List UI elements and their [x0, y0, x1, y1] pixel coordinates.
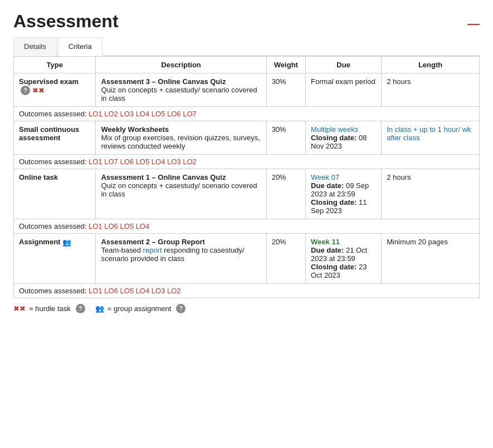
due-online-task: Week 07 Due date: 09 Sep 2023 at 23:59 C…	[306, 169, 382, 219]
legend-hurdle-icon: ✖✖	[13, 304, 26, 313]
length-supervised-exam: 2 hours	[382, 73, 480, 107]
outcomes-online: Outcomes assessed: LO1 LO6 LO5 LO4	[14, 219, 480, 234]
outcome-lo5[interactable]: LO5	[120, 222, 134, 230]
weight-assignment: 20%	[266, 234, 305, 284]
outcome-lo1[interactable]: LO1	[89, 222, 102, 230]
outcome-lo4[interactable]: LO4	[136, 110, 150, 118]
legend-hurdle-question[interactable]: ?	[76, 304, 85, 313]
desc-body: Quiz on concepts + casestudy/ scenario c…	[101, 86, 261, 102]
type-label: Supervised exam	[19, 77, 79, 86]
due-date: Due date: 21 Oct 2023 at 23:59	[311, 246, 376, 263]
type-label: Small continuous assessment	[19, 125, 79, 142]
outcome-lo1[interactable]: LO1	[89, 157, 102, 166]
weight-small-continuous: 30%	[266, 121, 305, 155]
outcomes-label: Outcomes assessed:	[19, 287, 86, 295]
outcome-lo5[interactable]: LO5	[120, 287, 134, 295]
header-weight: Weight	[266, 57, 305, 73]
collapse-icon[interactable]: —	[467, 17, 480, 31]
desc-title: Assessment 2 – Group Report	[101, 238, 261, 246]
outcome-lo5[interactable]: LO5	[152, 110, 165, 118]
due-week: Week 11	[311, 238, 376, 246]
desc-title: Weekly Worksheets	[101, 125, 261, 134]
outcome-lo4[interactable]: LO4	[152, 157, 165, 166]
outcome-lo6[interactable]: LO6	[104, 222, 118, 230]
desc-title: Assessment 3 – Online Canvas Quiz	[101, 77, 261, 86]
page-header: Assessment —	[13, 11, 480, 32]
type-assignment: Assignment 👥	[14, 234, 96, 284]
type-label: Assignment	[19, 238, 60, 246]
question-badge[interactable]: ?	[21, 86, 30, 95]
assessment-table: Type Description Weight Due Length Super…	[13, 56, 480, 298]
desc-supervised-exam: Assessment 3 – Online Canvas Quiz Quiz o…	[96, 73, 266, 107]
due-assignment: Week 11 Due date: 21 Oct 2023 at 23:59 C…	[306, 234, 382, 284]
closing-date: Closing date: 11 Sep 2023	[311, 198, 376, 215]
table-row: Supervised exam ? ✖✖ Assessment 3 – Onli…	[14, 73, 480, 107]
outcome-lo3[interactable]: LO3	[152, 287, 165, 295]
due-supervised-exam: Formal exam period	[306, 73, 382, 107]
outcomes-label: Outcomes assessed:	[19, 157, 86, 166]
table-row: Small continuous assessment Weekly Works…	[14, 121, 480, 155]
outcomes-assignment: Outcomes assessed: LO1 LO6 LO5 LO4 LO3 L…	[14, 284, 480, 298]
outcome-lo1[interactable]: LO1	[89, 287, 102, 295]
outcome-lo2[interactable]: LO2	[104, 110, 118, 118]
page-title: Assessment	[13, 11, 119, 32]
outcome-lo4[interactable]: LO4	[136, 287, 150, 295]
group-icon: 👥	[62, 238, 71, 247]
outcomes-label: Outcomes assessed:	[19, 110, 86, 118]
outcome-lo6[interactable]: LO6	[167, 110, 181, 118]
desc-title: Assessment 1 – Online Canvas Quiz	[101, 173, 261, 181]
desc-body: Quiz on concepts + casestudy/ scenario c…	[101, 181, 261, 198]
outcome-lo2[interactable]: LO2	[167, 287, 181, 295]
type-supervised-exam: Supervised exam ? ✖✖	[14, 73, 96, 107]
outcome-lo3[interactable]: LO3	[167, 157, 181, 166]
desc-small-continuous: Weekly Worksheets Mix of group exercises…	[96, 121, 266, 155]
header-description: Description	[96, 57, 266, 73]
table-row: Online task Assessment 1 – Online Canvas…	[14, 169, 480, 219]
outcomes-row-small: Outcomes assessed: LO1 LO7 LO6 LO5 LO4 L…	[14, 155, 480, 169]
outcome-lo7[interactable]: LO7	[104, 157, 118, 166]
tab-details[interactable]: Details	[13, 37, 57, 56]
weight-supervised-exam: 30%	[266, 73, 305, 107]
header-due: Due	[306, 57, 382, 73]
desc-body: Team-based report responding to casestud…	[101, 246, 261, 263]
outcomes-row-assignment: Outcomes assessed: LO1 LO6 LO5 LO4 LO3 L…	[14, 284, 480, 298]
length-text: In class + up to 1 hour/ wk after class	[387, 125, 471, 142]
legend-group-icon: 👥	[95, 304, 104, 313]
tabs-bar: Details Criteria	[13, 36, 480, 56]
outcome-lo6[interactable]: LO6	[120, 157, 134, 166]
outcome-lo7[interactable]: LO7	[183, 110, 197, 118]
table-row: Assignment 👥 Assessment 2 – Group Report…	[14, 234, 480, 284]
legend: ✖✖ = hurdle task ? 👥 = group assignment …	[13, 304, 480, 313]
outcomes-supervised: Outcomes assessed: LO1 LO2 LO3 LO4 LO5 L…	[14, 107, 480, 121]
desc-online-task: Assessment 1 – Online Canvas Quiz Quiz o…	[96, 169, 266, 219]
type-small-continuous: Small continuous assessment	[14, 121, 96, 155]
length-small-continuous: In class + up to 1 hour/ wk after class	[382, 121, 480, 155]
legend-group-text: = group assignment	[108, 304, 172, 313]
due-line2: Closing date: 08 Nov 2023	[311, 134, 376, 150]
due-week: Week 07	[311, 173, 376, 181]
legend-group-question[interactable]: ?	[176, 304, 186, 313]
due-date: Due date: 09 Sep 2023 at 23:59	[311, 181, 376, 198]
closing-date: Closing date: 23 Oct 2023	[311, 263, 376, 279]
type-online-task: Online task	[14, 169, 96, 219]
header-type: Type	[14, 57, 96, 73]
outcome-lo2[interactable]: LO2	[183, 157, 197, 166]
outcomes-label: Outcomes assessed:	[19, 222, 86, 230]
outcomes-small: Outcomes assessed: LO1 LO7 LO6 LO5 LO4 L…	[14, 155, 480, 169]
tab-criteria[interactable]: Criteria	[58, 37, 102, 56]
desc-assignment: Assessment 2 – Group Report Team-based r…	[96, 234, 266, 284]
outcome-lo6[interactable]: LO6	[104, 287, 118, 295]
hurdle-icon: ✖✖	[32, 86, 45, 95]
type-label: Online task	[19, 173, 58, 181]
outcome-lo4[interactable]: LO4	[136, 222, 150, 230]
legend-hurdle-text: = hurdle task	[29, 304, 71, 313]
length-assignment: Minimum 20 pages	[382, 234, 480, 284]
header-length: Length	[382, 57, 480, 73]
outcome-lo3[interactable]: LO3	[120, 110, 134, 118]
outcomes-row-online: Outcomes assessed: LO1 LO6 LO5 LO4	[14, 219, 480, 234]
outcome-lo5[interactable]: LO5	[136, 157, 150, 166]
desc-body: Mix of group exercises, revision quizzes…	[101, 134, 261, 150]
due-small-continuous: Multiple weeks Closing date: 08 Nov 2023	[306, 121, 382, 155]
weight-online-task: 20%	[266, 169, 305, 219]
outcome-lo1[interactable]: LO1	[89, 110, 102, 118]
